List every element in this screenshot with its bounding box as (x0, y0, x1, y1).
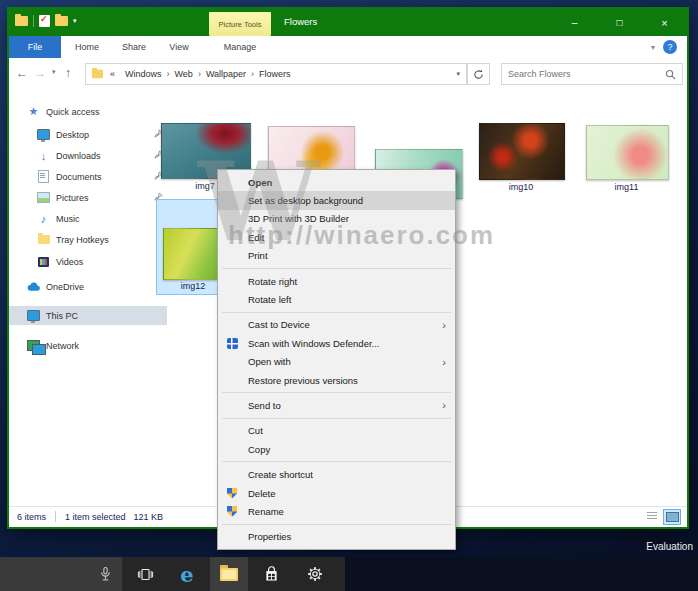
details-view-button[interactable] (644, 509, 660, 523)
menu-item-delete[interactable]: Delete (218, 484, 455, 502)
thumbnail-view-button[interactable] (663, 509, 681, 525)
file-explorer-button[interactable] (210, 557, 248, 591)
menu-item-label: Scan with Windows Defender... (248, 338, 379, 349)
tab-manage[interactable]: Manage (209, 36, 271, 58)
up-icon[interactable]: ↑ (65, 66, 71, 80)
title-bar[interactable]: ▾ Picture Tools Flowers – □ × (9, 9, 687, 36)
close-button[interactable]: × (642, 9, 687, 36)
file-thumbnail-img11[interactable] (586, 125, 669, 180)
file-thumbnail-img12[interactable] (163, 228, 225, 280)
picture-icon (37, 192, 50, 203)
sidebar-item-downloads[interactable]: ↓ Downloads (9, 146, 177, 165)
breadcrumb[interactable]: « Windows › Web › Wallpaper › Flowers ▾ (85, 63, 467, 85)
folder-icon[interactable] (55, 16, 68, 26)
tab-share[interactable]: Share (113, 36, 155, 58)
store-button[interactable] (252, 557, 290, 591)
forward-icon[interactable]: → (34, 66, 46, 80)
menu-item-edit[interactable]: Edit (218, 228, 455, 246)
menu-item-print[interactable]: Print (218, 247, 455, 265)
search-icon[interactable] (665, 69, 676, 80)
quick-access-toolbar: ▾ (15, 15, 77, 27)
picture-tools-chip[interactable]: Picture Tools (209, 12, 271, 36)
menu-item-rotate-right[interactable]: Rotate right (218, 272, 455, 290)
menu-item-rotate-left[interactable]: Rotate left (218, 290, 455, 308)
folder-icon[interactable] (15, 16, 28, 26)
menu-item-copy[interactable]: Copy (218, 440, 455, 458)
window-title: Flowers (284, 16, 317, 27)
menu-item-rename[interactable]: Rename (218, 502, 455, 520)
sidebar-item-videos[interactable]: Videos (9, 252, 177, 271)
submenu-arrow-icon: › (442, 319, 446, 331)
back-icon[interactable]: ← (16, 66, 28, 80)
menu-item-label: Open (248, 177, 272, 188)
menu-item-cast-to-device[interactable]: Cast to Device › (218, 316, 455, 334)
sidebar-item-network[interactable]: Network (9, 336, 167, 355)
sidebar-item-desktop[interactable]: Desktop (9, 125, 177, 144)
customize-dropdown-icon[interactable]: ▾ (73, 16, 77, 26)
menu-item-open-with[interactable]: Open with › (218, 353, 455, 371)
menu-item-create-shortcut[interactable]: Create shortcut (218, 465, 455, 483)
breadcrumb-flowers[interactable]: Flowers (259, 69, 291, 79)
task-view-icon (137, 567, 154, 582)
folder-icon (38, 235, 50, 244)
monitor-icon (37, 129, 50, 140)
sidebar-item-this-pc[interactable]: This PC (9, 306, 167, 325)
sidebar-item-documents[interactable]: Documents (9, 167, 177, 186)
sidebar-item-pictures[interactable]: Pictures (9, 188, 177, 207)
menu-separator (222, 524, 451, 525)
document-icon (38, 170, 49, 183)
file-label[interactable]: img10 (479, 182, 563, 192)
menu-item-scan-with-windows-defender[interactable]: Scan with Windows Defender... (218, 334, 455, 352)
file-label[interactable]: img12 (161, 281, 225, 291)
file-thumbnail-img10[interactable] (479, 123, 565, 180)
refresh-button[interactable] (467, 63, 490, 85)
search-input[interactable] (502, 69, 665, 79)
menu-item-label: Rotate right (248, 276, 297, 287)
file-label[interactable]: img11 (586, 182, 667, 192)
chevron-down-icon[interactable]: ▾ (651, 43, 655, 52)
microphone-button[interactable] (86, 557, 124, 591)
toolbar-separator (33, 15, 34, 27)
tab-view[interactable]: View (160, 36, 198, 58)
crumb-prefix: « (110, 69, 115, 79)
menu-separator (222, 392, 451, 393)
menu-item-properties[interactable]: Properties (218, 528, 455, 546)
settings-gear-icon (307, 566, 323, 582)
menu-item-label: Set as desktop background (248, 195, 363, 206)
tab-home[interactable]: Home (66, 36, 108, 58)
sidebar-item-music[interactable]: ♪ Music (9, 209, 177, 228)
video-icon (38, 257, 49, 267)
thumbnail-view-icon (666, 512, 679, 522)
sidebar-item-onedrive[interactable]: OneDrive (9, 277, 167, 296)
menu-item-label: Edit (248, 232, 264, 243)
sidebar-item-label: OneDrive (46, 282, 84, 292)
help-button[interactable]: ? (663, 40, 677, 54)
maximize-button[interactable]: □ (597, 9, 642, 36)
menu-item-label: Properties (248, 531, 291, 542)
menu-item-cut[interactable]: Cut (218, 422, 455, 440)
menu-item-label: Rotate left (248, 294, 291, 305)
menu-item-restore-previous-versions[interactable]: Restore previous versions (218, 371, 455, 389)
address-dropdown-icon[interactable]: ▾ (456, 70, 460, 78)
menu-item-label: 3D Print with 3D Builder (248, 213, 349, 224)
recent-locations-icon[interactable]: ▾ (52, 68, 56, 76)
settings-button[interactable] (296, 557, 334, 591)
microphone-icon (99, 566, 112, 583)
tab-file[interactable]: File (9, 36, 61, 58)
menu-item-3d-print[interactable]: 3D Print with 3D Builder (218, 210, 455, 228)
edge-button[interactable]: e (168, 557, 206, 591)
menu-item-set-as-desktop-background[interactable]: Set as desktop background (218, 191, 455, 209)
minimize-button[interactable]: – (552, 9, 597, 36)
task-view-button[interactable] (126, 557, 164, 591)
breadcrumb-windows[interactable]: Windows (125, 69, 162, 79)
menu-item-label: Create shortcut (248, 469, 313, 480)
sidebar-item-tray-hotkeys[interactable]: Tray Hotkeys (9, 230, 177, 249)
context-menu: Open Set as desktop background 3D Print … (217, 169, 456, 550)
menu-item-open[interactable]: Open (218, 173, 455, 191)
menu-item-label: Restore previous versions (248, 375, 358, 386)
breadcrumb-web[interactable]: Web (175, 69, 193, 79)
properties-check-icon[interactable] (39, 15, 50, 27)
breadcrumb-wallpaper[interactable]: Wallpaper (206, 69, 246, 79)
sidebar-item-quick-access[interactable]: ★ Quick access (9, 102, 167, 121)
menu-item-send-to[interactable]: Send to › (218, 396, 455, 414)
